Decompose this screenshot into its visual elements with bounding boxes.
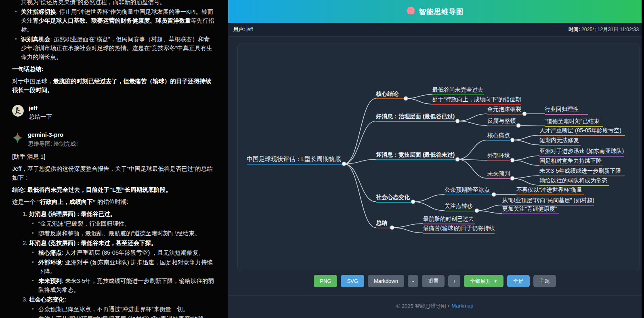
reset-button[interactable]: 重置 — [422, 275, 445, 287]
mindmap-node-circle[interactable] — [390, 226, 394, 230]
paragraph: 对于中国足球，最肮脏的时刻已经过去了，但最痛苦（输球）的日子还得持续很长一段时间… — [12, 77, 214, 94]
mindmap-link — [477, 205, 502, 211]
list-number: 3. — [23, 295, 27, 304]
app-title: 智能思维导图 — [419, 7, 464, 17]
paragraph: 这是一个 “行政向上，成绩向下” 的错位时期: — [12, 197, 214, 206]
mindmap-link — [413, 202, 445, 211]
mindmap-node[interactable]: 更加关注“青训健康度” — [502, 205, 559, 214]
button-label: PNG — [320, 278, 331, 284]
mindmap-node[interactable]: 坏消息：竞技层面 (最低谷未过) — [376, 151, 456, 160]
time-value: 2025年12月31日 11:02:33 — [581, 27, 639, 32]
export-svg-button[interactable]: SVG — [341, 275, 364, 287]
mindmap-node[interactable]: 亚洲对手进步迅速 (如东南亚球队) — [539, 147, 624, 157]
mindmap-node-circle[interactable] — [455, 119, 459, 123]
mindmap-node[interactable]: 最肮脏的时刻已过去 — [423, 215, 475, 224]
mindmap-node-circle[interactable] — [475, 209, 479, 213]
mindmap-node[interactable]: 最低谷尚未完全过去 — [432, 86, 484, 95]
chat-panel: 其视为“偿还历史欠债”的必然过程，而非新的崩盘信号。•关注指标切换: 停止用“冲… — [0, 0, 228, 318]
mindmap-node-circle[interactable] — [516, 123, 520, 128]
list-item: •未来预判: 未来3-5年，竞技成绩可能进一步刷新下限，输给以往的弱队将成为常态… — [12, 276, 214, 294]
mindmap-node[interactable]: “道德至暗时刻”已结束 — [545, 117, 603, 127]
zoom-out-button[interactable]: - — [408, 275, 418, 287]
username: jeff — [29, 105, 52, 112]
list-item: •随着反腐和整顿，最混乱、最肮脏的“道德至暗时刻”已经结束。 — [12, 229, 214, 238]
mindmap-node-circle[interactable] — [510, 158, 514, 162]
mindmap-node-circle[interactable] — [510, 176, 514, 180]
paragraph: 其视为“偿还历史欠债”的必然过程，而非新的崩盘信号。 — [12, 0, 214, 6]
mindmap-node[interactable]: 行业回归理性 — [545, 105, 588, 115]
copyright-text: © 2025 智能思维导图 • — [396, 303, 449, 310]
user-label: 用户: — [233, 27, 245, 32]
bullet-marker: • — [32, 219, 34, 228]
mindmap-node-circle[interactable] — [411, 200, 415, 204]
mindmap-link — [413, 195, 445, 202]
assistant-message-body: [助手 消息 1]Jeff，基于您提供的这份深度整合报告，关于“中国足球最低谷是… — [12, 152, 214, 318]
fullscreen-button[interactable]: 全屏 — [507, 275, 530, 287]
mindmap-link — [406, 98, 432, 104]
assistant-status: 思维导图: 绘制完成! — [28, 139, 78, 148]
chevron-down-icon: ▼ — [494, 279, 497, 283]
mindmap-node[interactable]: 最痛苦(输球)的日子仍将持续 — [423, 224, 495, 234]
theme-button[interactable]: 主题 — [533, 275, 556, 287]
mindmap-link — [344, 98, 376, 164]
paragraph: 结论: 最低谷尚未完全过去，目前处于“L型”长周期筑底阶段。 — [12, 185, 214, 194]
mindmap-app-panel: 智能思维导图 用户: jeff 时间: 2025年12月31日 11:02:33… — [228, 0, 642, 318]
mindmap-node[interactable]: 不再仅以“冲进世界杯”衡量 — [516, 186, 584, 195]
mindmap-link — [512, 156, 539, 160]
mindmap-canvas[interactable]: 中国足球现状评估：L型长周期筑底核心结论最低谷尚未完全过去处于“行政向上，成绩向… — [237, 44, 640, 271]
app-header: 智能思维导图 — [228, 0, 642, 23]
mindmap-node[interactable]: 国足相对竞争力持续下降 — [539, 157, 603, 166]
mindmap-node[interactable]: 处于“行政向上，成绩向下”的错位期 — [432, 96, 521, 105]
button-label: 全部展开 — [470, 278, 491, 285]
mindmap-node[interactable]: 核心痛点 — [487, 132, 511, 141]
mindmap-node-circle[interactable] — [510, 138, 514, 142]
mindmap-node[interactable]: 公众预期降至冰点 — [445, 186, 492, 195]
mindmap-node[interactable]: 人才严重断层 (85-05年龄段亏空) — [539, 127, 625, 136]
mindmap-node[interactable]: 关注点转移 — [445, 202, 475, 211]
mindmap-node[interactable]: 金元泡沫破裂 — [487, 105, 523, 115]
bullet-marker: • — [15, 7, 17, 16]
time-label: 时间: — [568, 27, 580, 32]
bullet-marker: • — [32, 305, 34, 314]
mindmap-node[interactable]: 输给以往的弱队将成为常态 — [539, 177, 609, 186]
bullet-marker: • — [32, 248, 34, 257]
export-png-button[interactable]: PNG — [314, 275, 337, 287]
mindmap-node-circle[interactable] — [522, 112, 527, 116]
markmap-link[interactable]: Markmap — [451, 303, 473, 309]
mindmap-node[interactable]: 核心结论 — [376, 90, 404, 99]
mindmap-node[interactable]: 反腐与整顿 — [487, 117, 517, 126]
bullet-marker: • — [32, 258, 34, 267]
mindmap-toolbar: PNGSVGMarkdown-重置+全部展开▼全屏主题 — [228, 275, 642, 287]
brain-icon — [406, 6, 415, 17]
mindmap-node[interactable]: 外部环境 — [487, 152, 511, 161]
bullet-marker: • — [32, 229, 34, 238]
mindmap-node-circle[interactable] — [492, 192, 496, 197]
mindmap-node-circle[interactable] — [404, 96, 408, 100]
expand-all-button[interactable]: 全部展开▼ — [464, 275, 503, 287]
mindmap-node[interactable]: 短期内无法修复 — [539, 136, 581, 146]
list-number: 2. — [23, 238, 27, 247]
mindmap-node[interactable]: 未来预判 — [487, 170, 511, 179]
mindmap-node[interactable]: 总结 — [376, 219, 390, 228]
mindmap-link — [512, 140, 539, 145]
mindmap-link — [512, 135, 539, 140]
info-bar: 用户: jeff 时间: 2025年12月31日 11:02:33 — [228, 23, 642, 37]
list-item: •关注指标切换: 停止用“冲进世界杯”作为衡量中国足球发展的唯一KPI。转而关注… — [12, 7, 214, 34]
button-label: 主题 — [539, 278, 550, 285]
mindmap-node[interactable]: 从“职业顶层”转向“民间基层” (如村超) — [502, 197, 594, 206]
assistant-name: gemini-3-pro — [28, 132, 78, 138]
mindmap-node-circle[interactable] — [342, 162, 346, 166]
zoom-in-button[interactable]: + — [448, 275, 460, 287]
mindmap-node[interactable]: 未来3-5年成绩或进一步刷新下限 — [539, 167, 625, 176]
mindmap-link — [392, 228, 423, 233]
export-markdown-button[interactable]: Markdown — [368, 275, 404, 287]
mindmap-node[interactable]: 好消息：治理层面 (最低谷已过) — [376, 113, 456, 122]
user-message: jeff 总结一下 — [12, 105, 214, 121]
mindmap-link — [457, 159, 487, 178]
mindmap-node-circle[interactable] — [455, 157, 459, 161]
mindmap-node[interactable]: 社会心态变化 — [376, 193, 411, 203]
mindmap-link — [392, 224, 423, 228]
mindmap-node[interactable]: 中国足球现状评估：L型长周期筑底 — [247, 155, 342, 165]
page-scrollbar[interactable] — [642, 0, 644, 318]
user-message-text: 总结一下 — [29, 113, 52, 121]
